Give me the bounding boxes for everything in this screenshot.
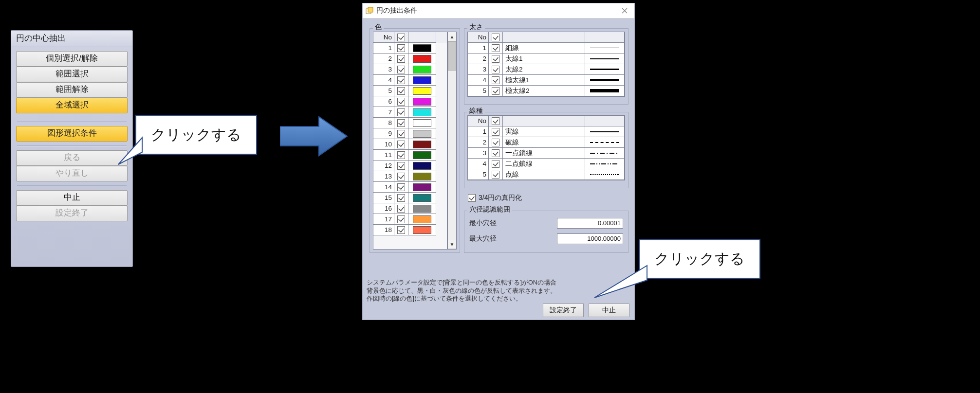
linestyle-grid: No 1実線2破線3一点鎖線4二点鎖線5点線 [467, 115, 625, 180]
row-no: 3 [468, 64, 489, 75]
row-check[interactable] [394, 171, 408, 182]
color-row[interactable]: 5 [373, 86, 447, 96]
color-row[interactable]: 15 [373, 193, 447, 203]
row-check[interactable] [394, 225, 408, 235]
dialog-titlebar: 円の抽出条件 [363, 3, 634, 18]
row-check[interactable] [394, 161, 408, 171]
dialog-finish-button[interactable]: 設定終了 [543, 304, 584, 317]
row-swatch [408, 128, 436, 139]
row-check[interactable] [489, 169, 503, 180]
row-check[interactable] [489, 148, 503, 159]
checkbox-icon [468, 194, 476, 202]
thickness-row[interactable]: 3太線2 [468, 64, 625, 75]
color-row[interactable]: 16 [373, 203, 447, 214]
row-check[interactable] [394, 214, 408, 225]
color-row[interactable]: 6 [373, 96, 447, 107]
linestyle-row[interactable]: 2破線 [468, 137, 625, 148]
thickness-row[interactable]: 2太線1 [468, 54, 625, 64]
row-check[interactable] [394, 182, 408, 193]
row-no: 2 [468, 54, 489, 64]
max-hole-input[interactable]: 1000.00000 [557, 233, 623, 244]
thickness-row[interactable]: 4極太線1 [468, 75, 625, 86]
thickness-row[interactable]: 5極太線2 [468, 86, 625, 96]
row-check[interactable] [394, 203, 408, 214]
row-swatch [408, 118, 436, 128]
linestyle-row[interactable]: 1実線 [468, 126, 625, 137]
close-button[interactable] [618, 5, 631, 16]
thickness-row[interactable]: 1細線 [468, 43, 625, 54]
col-check-all[interactable] [489, 32, 503, 43]
divider [17, 185, 127, 186]
panel-title: 円の中心抽出 [11, 31, 132, 47]
color-row[interactable]: 7 [373, 107, 447, 118]
btn-range-clear[interactable]: 範囲解除 [16, 82, 128, 98]
row-check[interactable] [394, 118, 408, 128]
col-check-all[interactable] [489, 116, 503, 126]
row-check[interactable] [394, 54, 408, 64]
row-no: 11 [373, 150, 394, 161]
color-row[interactable]: 18 [373, 225, 447, 235]
btn-cancel-left[interactable]: 中止 [16, 190, 128, 206]
row-check[interactable] [489, 86, 503, 96]
row-check[interactable] [489, 137, 503, 148]
row-check[interactable] [489, 159, 503, 169]
btn-back: 戻る [16, 150, 128, 166]
row-no: 1 [468, 43, 489, 54]
row-sample [585, 64, 625, 75]
row-check[interactable] [489, 43, 503, 54]
dialog-cancel-button[interactable]: 中止 [589, 304, 629, 317]
round-34-checkbox[interactable]: 3/4円の真円化 [468, 194, 522, 202]
linestyle-row[interactable]: 5点線 [468, 169, 625, 180]
row-swatch [408, 171, 436, 182]
btn-shape-select-condition[interactable]: 図形選択条件 [16, 126, 128, 142]
color-row[interactable]: 9 [373, 128, 447, 139]
color-row[interactable]: 4 [373, 75, 447, 86]
color-row[interactable]: 1 [373, 43, 447, 54]
scroll-thumb[interactable] [448, 41, 456, 71]
btn-range-select[interactable]: 範囲選択 [16, 67, 128, 82]
min-hole-input[interactable]: 0.00001 [557, 218, 623, 229]
linestyle-row[interactable]: 4二点鎖線 [468, 159, 625, 169]
row-swatch [408, 182, 436, 193]
color-row[interactable]: 2 [373, 54, 447, 64]
row-check[interactable] [394, 107, 408, 118]
row-swatch [408, 150, 436, 161]
circle-center-extract-panel: 円の中心抽出 個別選択/解除範囲選択範囲解除全域選択 図形選択条件 戻る やり直… [11, 30, 133, 267]
btn-redo: やり直し [16, 166, 128, 181]
row-check[interactable] [394, 150, 408, 161]
row-check[interactable] [394, 96, 408, 107]
row-check[interactable] [394, 86, 408, 96]
row-check[interactable] [489, 126, 503, 137]
row-check[interactable] [489, 75, 503, 86]
scroll-down-icon[interactable]: ▼ [448, 240, 456, 249]
color-scrollbar[interactable]: ▲ ▼ [447, 32, 457, 250]
color-row[interactable]: 11 [373, 150, 447, 161]
btn-individual-select[interactable]: 個別選択/解除 [16, 51, 128, 67]
row-check[interactable] [489, 54, 503, 64]
color-row[interactable]: 13 [373, 171, 447, 182]
row-swatch [408, 203, 436, 214]
close-icon [622, 8, 628, 14]
callout-tail-icon [118, 138, 142, 167]
thickness-group: 太さ No 1細線2太線13太線24極太線15極太線2 [464, 28, 629, 105]
row-check[interactable] [394, 75, 408, 86]
hole-range-label: 穴径認識範囲 [467, 205, 512, 214]
scroll-up-icon[interactable]: ▲ [448, 32, 456, 41]
col-check-all[interactable] [394, 32, 408, 43]
row-check[interactable] [394, 128, 408, 139]
callout-click-1: クリックする [135, 115, 257, 155]
btn-select-all[interactable]: 全域選択 [16, 98, 128, 113]
row-check[interactable] [394, 193, 408, 203]
row-check[interactable] [489, 64, 503, 75]
row-swatch [408, 225, 436, 235]
row-check[interactable] [394, 139, 408, 150]
linestyle-row[interactable]: 3一点鎖線 [468, 148, 625, 159]
color-row[interactable]: 8 [373, 118, 447, 128]
color-row[interactable]: 12 [373, 161, 447, 171]
row-check[interactable] [394, 64, 408, 75]
color-row[interactable]: 3 [373, 64, 447, 75]
row-check[interactable] [394, 43, 408, 54]
color-row[interactable]: 14 [373, 182, 447, 193]
color-row[interactable]: 17 [373, 214, 447, 225]
color-row[interactable]: 10 [373, 139, 447, 150]
